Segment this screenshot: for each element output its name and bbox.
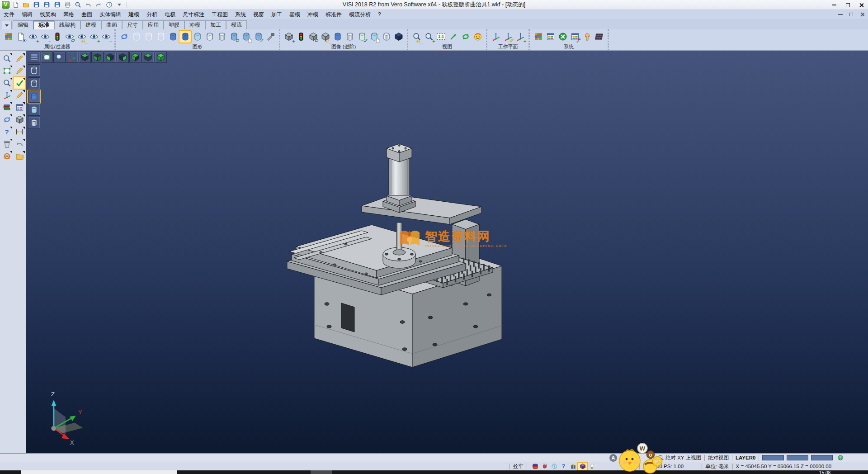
solid-cylinder-hatched-icon[interactable] [344,31,355,43]
eye-refresh-icon[interactable] [64,31,75,43]
workplane-align-icon[interactable]: + [514,31,526,43]
settings-circle-icon[interactable] [557,31,568,43]
ribbon-tab-3[interactable]: 建模 [80,20,101,29]
render-translucent-button[interactable] [28,104,40,116]
zoom-window-button[interactable] [41,52,53,63]
menu-item-10[interactable]: 工程图 [208,10,231,19]
flat-cylinder-icon[interactable] [204,31,215,43]
viewbar-menu-button[interactable] [28,52,40,63]
qat-more-button[interactable] [115,1,124,9]
freeze-ice-icon[interactable] [549,463,559,470]
mdi-close-button[interactable] [858,11,866,18]
menu-item-7[interactable]: 分析 [143,10,161,19]
color-swatch-3[interactable] [811,455,833,460]
help-question-icon[interactable]: ? [559,463,568,470]
ribbon-tab-5[interactable]: 尺寸 [122,20,143,29]
axonometric-view-button[interactable] [66,52,78,63]
dashed-cylinder-icon[interactable] [155,31,166,43]
materials-books-icon[interactable] [1,102,13,113]
view-face-smiley-icon[interactable] [472,31,483,43]
print-preview-button[interactable] [73,1,82,9]
solids-add-icon[interactable]: + [283,31,294,43]
menu-item-6[interactable]: 建模 [125,10,143,19]
render-hiddenline-button[interactable] [28,77,40,90]
navigate-wheel-icon[interactable] [1,151,13,162]
eye-plus-icon[interactable]: + [88,31,99,43]
solids-toggle-icon[interactable]: +/_ [320,31,331,43]
view-left-button[interactable] [104,52,116,63]
shaded-cylinder-icon[interactable] [167,31,179,43]
zoom-extents-arrow-icon[interactable] [448,31,459,43]
grid-net-icon[interactable] [594,31,605,43]
system-colors-icon[interactable] [533,31,544,43]
help-question-icon[interactable]: ? [1,126,13,137]
view-right-button[interactable] [117,52,129,63]
eye-add-icon[interactable]: + [27,31,38,43]
open-file-button[interactable] [21,1,30,9]
ribbon-tab-4[interactable]: 曲面 [101,20,122,29]
gift-pin-icon[interactable] [568,463,578,470]
preview-page-icon[interactable] [15,31,26,43]
units-indicator[interactable]: 单位: 毫米 [705,463,729,470]
menu-item-8[interactable]: 电极 [161,10,179,19]
zoom-dynamic-button[interactable] [53,52,66,63]
menu-item-4[interactable]: 曲面 [78,10,96,19]
menu-item-17[interactable]: 模流分析 [345,10,374,19]
ribbon-tab-9[interactable]: 加工 [205,20,226,29]
menu-item-9[interactable]: 尺寸标注 [179,10,208,19]
tab-dropdown-button[interactable] [2,21,12,29]
lamp-icon[interactable] [587,463,597,470]
undo-gray-icon[interactable] [14,138,25,150]
cylinder-refresh-icon[interactable] [228,31,240,43]
solid-cube-navy-icon[interactable] [393,31,404,43]
menu-item-0[interactable]: 文件 [0,10,18,19]
view-bottom-button[interactable] [91,52,104,63]
menu-item-16[interactable]: 标准件 [322,10,345,19]
mdi-minimize-button[interactable] [836,11,844,18]
draw-curve-pencil-icon[interactable] [14,90,25,101]
confirm-check-icon[interactable] [14,77,25,89]
zoom-plusminus-icon[interactable] [1,77,13,89]
regen-refresh-icon[interactable] [1,114,13,125]
menu-item-13[interactable]: 加工 [268,10,286,19]
solid-check-cylinder-icon[interactable] [356,31,368,43]
view-isometric-button[interactable] [155,52,167,63]
edit-delete-pencil-icon[interactable] [14,53,25,64]
ribbon-tab-10[interactable]: 模流 [226,20,247,29]
render-wireframe-button[interactable] [28,64,40,76]
select-hand-icon[interactable] [581,31,593,43]
sketch-pencil-icon[interactable] [14,65,25,76]
print-button[interactable] [63,1,72,9]
color-swatch-1[interactable] [762,455,784,460]
menu-item-15[interactable]: 冲模 [304,10,322,19]
layer-indicator[interactable]: LAYER0 [736,455,755,460]
ribbon-tab-1[interactable]: 标准 [33,20,54,29]
minimize-button[interactable] [827,0,841,10]
dynamic-cube-icon[interactable] [578,463,587,470]
hiddenline-cylinder-icon[interactable] [143,31,154,43]
menu-item-5[interactable]: 实体编辑 [96,10,125,19]
close-button[interactable] [854,0,868,10]
new-file-button[interactable] [11,1,20,9]
menu-item-1[interactable]: 编辑 [18,10,36,19]
solids-traffic-icon[interactable] [295,31,307,43]
ribbon-tab-6[interactable]: 应用 [143,20,164,29]
window-settings-icon[interactable] [569,31,580,43]
eye-remove-icon[interactable]: − [39,31,51,43]
globe-icon[interactable] [835,454,845,461]
menu-item-3[interactable]: 网格 [60,10,78,19]
zoom-1to1-icon[interactable]: 1:1 [435,31,447,43]
absolute-view-label[interactable]: 绝对视图 [708,455,729,461]
graphics-settings-icon[interactable] [265,31,276,43]
mdi-restore-button[interactable] [847,11,855,18]
menu-item-12[interactable]: 视窗 [250,10,268,19]
cylinder-copy-icon[interactable] [241,31,252,43]
record-book-icon[interactable] [530,463,540,470]
zoom-all-icon[interactable]: + [423,31,434,43]
image-folder-icon[interactable] [14,151,25,162]
window-colors-icon[interactable] [545,31,556,43]
workplane-edit-icon[interactable] [502,31,514,43]
magnet-snap-icon[interactable] [540,463,549,470]
shaded-edges-cylinder-icon[interactable] [179,31,191,43]
save-button[interactable] [32,1,41,9]
